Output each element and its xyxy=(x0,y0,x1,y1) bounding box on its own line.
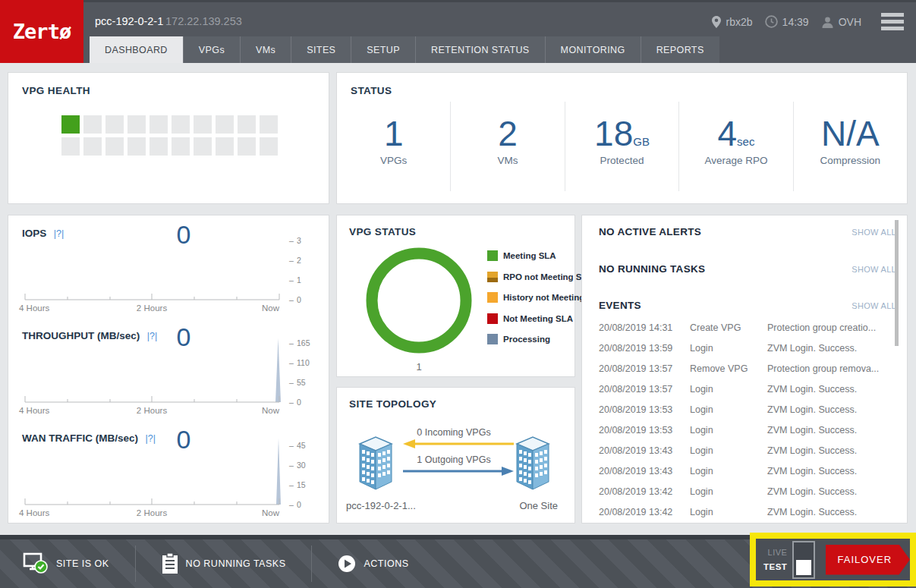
throughput-chart: THROUGHPUT (MB/sec) |?| 0 4 Hours 2 Hour… xyxy=(8,318,329,420)
svg-text:4 Hours: 4 Hours xyxy=(19,508,50,517)
vpg-status-panel: VPG STATUS 1 Meeting SLARPO not Meeting … xyxy=(336,215,575,377)
wan-traffic-help-link[interactable]: |?| xyxy=(145,433,155,444)
svg-text:2 Hours: 2 Hours xyxy=(137,303,168,313)
panel-scrollbar[interactable] xyxy=(895,220,899,346)
vpg-health-cell xyxy=(172,115,190,134)
svg-text:–: – xyxy=(289,338,294,347)
tasks-title: NO RUNNING TASKS xyxy=(599,263,705,275)
svg-text:2: 2 xyxy=(297,256,301,265)
event-row[interactable]: 20/08/2019 13:43LoginZVM Login. Success. xyxy=(599,440,896,461)
tab-dashboard[interactable]: DASHBOARD xyxy=(90,36,183,63)
tab-reports[interactable]: REPORTS xyxy=(641,36,719,63)
site-ok-icon xyxy=(23,552,49,575)
svg-text:15: 15 xyxy=(297,480,306,489)
svg-text:165: 165 xyxy=(297,338,310,347)
vpg-health-cell xyxy=(83,137,102,156)
failover-button[interactable]: FAILOVER xyxy=(826,545,910,575)
vpg-health-cell xyxy=(105,137,124,156)
running-tasks-button[interactable]: NO RUNNING TASKS xyxy=(162,553,286,574)
tab-retention-status[interactable]: RETENTION STATUS xyxy=(415,36,545,63)
svg-text:55: 55 xyxy=(297,378,306,387)
tab-sites[interactable]: SITES xyxy=(291,36,351,63)
iops-help-link[interactable]: |?| xyxy=(54,228,64,239)
svg-text:1: 1 xyxy=(297,275,301,285)
event-row[interactable]: 20/08/2019 13:43LoginZVM Login. Success. xyxy=(599,461,896,481)
running-tasks-label: NO RUNNING TASKS xyxy=(186,558,286,569)
tab-monitoring[interactable]: MONITORING xyxy=(545,36,641,63)
event-row[interactable]: 20/08/2019 13:42LoginZVM Login. Success. xyxy=(599,502,896,522)
svg-text:–: – xyxy=(289,295,294,304)
clock-label: 14:39 xyxy=(782,16,809,28)
svg-text:–: – xyxy=(289,480,294,489)
local-site-icon[interactable] xyxy=(354,433,398,494)
wan-traffic-spike xyxy=(276,439,281,505)
svg-text:2 Hours: 2 Hours xyxy=(137,508,168,517)
clipboard-icon xyxy=(162,553,178,574)
event-row[interactable]: 20/08/2019 13:42LoginZVM Login. Success. xyxy=(599,481,896,502)
tasks-show-all-link[interactable]: SHOW ALL xyxy=(851,265,896,274)
throughput-title: THROUGHPUT (MB/sec) xyxy=(22,330,140,341)
vpg-health-cell xyxy=(127,115,146,134)
svg-text:Now: Now xyxy=(262,303,280,313)
incoming-vpgs-label: 0 Incoming VPGs xyxy=(401,427,506,438)
legend-swatch xyxy=(487,292,498,303)
outgoing-arrow-icon xyxy=(401,465,515,477)
svg-text:110: 110 xyxy=(297,358,310,367)
site-name: pcc-192-0-2-1 xyxy=(95,15,163,27)
vpg-health-cell xyxy=(194,115,212,134)
iops-chart: IOPS |?| 0 4 Hours 2 Hours Now –3 –2 –1 … xyxy=(8,215,329,318)
vpg-health-cell xyxy=(260,115,278,134)
vpg-status-donut: 1 xyxy=(351,240,487,375)
vpg-health-cell xyxy=(238,137,256,156)
actions-button[interactable]: ACTIONS xyxy=(338,555,408,573)
vpg-health-cell xyxy=(216,115,234,134)
tab-vms[interactable]: VMs xyxy=(240,36,291,63)
legend-swatch xyxy=(487,272,498,282)
event-row[interactable]: 20/08/2019 13:53LoginZVM Login. Success. xyxy=(599,399,896,420)
tab-vpgs[interactable]: VPGs xyxy=(183,36,240,63)
status-title: STATUS xyxy=(351,85,893,96)
throughput-help-link[interactable]: |?| xyxy=(147,331,157,341)
location-pin-icon xyxy=(711,15,722,29)
svg-text:Now: Now xyxy=(262,406,280,415)
site-status-button[interactable]: SITE IS OK xyxy=(23,552,109,575)
events-show-all-link[interactable]: SHOW ALL xyxy=(851,301,896,310)
site-status-label: SITE IS OK xyxy=(56,558,109,569)
vpg-health-cell xyxy=(216,137,234,156)
site-topology-title: SITE TOPOLOGY xyxy=(349,398,562,410)
menu-icon[interactable] xyxy=(881,13,904,30)
iops-current-value: 0 xyxy=(99,220,268,250)
user-icon xyxy=(821,16,834,28)
svg-text:Now: Now xyxy=(262,508,280,517)
wan-traffic-title: WAN TRAFFIC (MB/sec) xyxy=(22,432,138,444)
events-list: 20/08/2019 14:31Create VPGProtection gro… xyxy=(599,317,896,522)
user-label: OVH xyxy=(839,16,861,28)
vpg-health-panel: VPG HEALTH xyxy=(8,72,329,204)
alerts-show-all-link[interactable]: SHOW ALL xyxy=(851,228,896,237)
zerto-logo: Zertø xyxy=(0,0,83,63)
incoming-arrow-icon xyxy=(401,438,515,450)
live-test-toggle[interactable] xyxy=(792,541,814,579)
site-topology-panel: SITE TOPOLOGY 0 Incom xyxy=(336,387,575,524)
event-row[interactable]: 20/08/2019 13:57LoginZVM Login. Success. xyxy=(599,379,896,399)
event-row[interactable]: 20/08/2019 13:59LoginZVM Login. Success. xyxy=(599,338,896,358)
legend-label: Processing xyxy=(503,335,550,344)
tab-setup[interactable]: SETUP xyxy=(351,36,415,63)
event-row[interactable]: 20/08/2019 13:57Remove VPGProtection gro… xyxy=(599,358,896,379)
alerts-events-panel: NO ACTIVE ALERTS SHOW ALL NO RUNNING TAS… xyxy=(581,215,908,524)
vpg-status-title: VPG STATUS xyxy=(349,226,562,237)
vpg-health-cell xyxy=(61,115,80,134)
test-label: TEST xyxy=(763,562,787,571)
site-ip: 172.22.139.253 xyxy=(165,15,242,27)
status-metric-average-rpo: 4secAverage RPO xyxy=(679,102,793,191)
event-row[interactable]: 20/08/2019 13:53LoginZVM Login. Success. xyxy=(599,420,896,440)
event-row[interactable]: 20/08/2019 14:31Create VPGProtection gro… xyxy=(599,317,896,338)
svg-text:–: – xyxy=(289,256,294,265)
svg-text:4 Hours: 4 Hours xyxy=(19,406,50,415)
svg-text:–: – xyxy=(289,236,294,245)
status-metric-vpgs: 1VPGs xyxy=(337,102,451,191)
vpg-health-cell xyxy=(194,137,212,156)
peer-site-icon[interactable] xyxy=(511,433,555,494)
legend-label: Not Meeting SLA xyxy=(503,314,573,323)
vpg-health-cell xyxy=(150,115,168,134)
